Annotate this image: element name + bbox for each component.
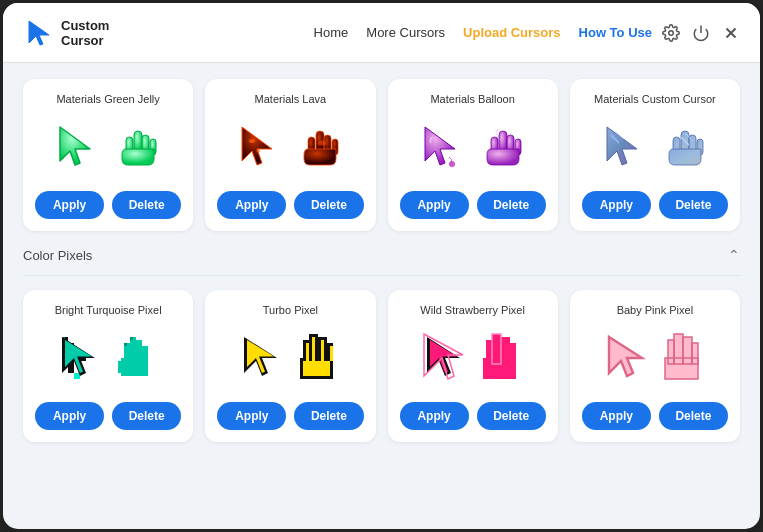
apply-pink-pixel-button[interactable]: Apply	[582, 402, 651, 430]
custom-cursor-hand-icon	[659, 121, 711, 173]
apply-turquoise-pixel-button[interactable]: Apply	[35, 402, 104, 430]
settings-button[interactable]	[662, 24, 680, 42]
apply-balloon-button[interactable]: Apply	[400, 191, 469, 219]
card-pink-pixel-images	[603, 326, 707, 390]
custom-cursor-arrow-icon	[599, 121, 651, 173]
svg-marker-5	[60, 127, 90, 165]
card-custom-cursor: Materials Custom Cursor	[570, 79, 740, 231]
svg-rect-63	[312, 337, 315, 361]
delete-turbo-pixel-button[interactable]: Delete	[294, 402, 363, 430]
card-strawberry-pixel-buttons: Apply Delete	[400, 402, 546, 430]
close-button[interactable]	[722, 24, 740, 42]
svg-rect-65	[321, 340, 324, 361]
svg-marker-18	[425, 127, 455, 165]
card-balloon-images	[417, 115, 529, 179]
svg-rect-55	[124, 343, 127, 346]
svg-rect-48	[130, 337, 136, 361]
card-turbo-pixel-buttons: Apply Delete	[217, 402, 363, 430]
card-strawberry-pixel-title: Wild Strawberry Pixel	[420, 304, 525, 316]
card-strawberry-pixel-images	[421, 326, 525, 390]
delete-green-jelly-button[interactable]: Delete	[112, 191, 181, 219]
nav-home[interactable]: Home	[314, 25, 349, 40]
card-turquoise-pixel: Bright Turquoise Pixel	[23, 290, 193, 442]
svg-marker-57	[247, 340, 274, 373]
card-turbo-pixel-images	[238, 326, 342, 390]
card-green-jelly-title: Materials Green Jelly	[56, 93, 159, 105]
card-lava-title: Materials Lava	[255, 93, 327, 105]
delete-pink-pixel-button[interactable]: Delete	[659, 402, 728, 430]
svg-rect-83	[665, 358, 698, 379]
gear-icon	[662, 24, 680, 42]
nav-how-to-use[interactable]: How To Use	[579, 25, 652, 40]
nav-upload-cursors[interactable]: Upload Cursors	[463, 25, 561, 40]
svg-marker-24	[607, 127, 637, 165]
strawberry-pixel-arrow-icon	[421, 334, 469, 382]
delete-balloon-button[interactable]: Delete	[477, 191, 546, 219]
nav-icons	[662, 24, 740, 42]
card-pink-pixel-buttons: Apply Delete	[582, 402, 728, 430]
card-balloon: Materials Balloon	[388, 79, 558, 231]
svg-rect-64	[306, 343, 309, 364]
lava-arrow-icon	[234, 121, 286, 173]
card-turbo-pixel: Turbo Pixel	[205, 290, 375, 442]
green-jelly-hand-icon	[112, 121, 164, 173]
strawberry-pixel-hand-icon	[477, 334, 525, 382]
apply-custom-cursor-button[interactable]: Apply	[582, 191, 651, 219]
card-balloon-title: Materials Balloon	[430, 93, 514, 105]
svg-rect-54	[130, 337, 133, 340]
card-lava-buttons: Apply Delete	[217, 191, 363, 219]
section-divider	[23, 275, 740, 276]
svg-rect-43	[68, 367, 74, 373]
main-content: Materials Green Jelly	[3, 63, 760, 529]
pink-pixel-hand-icon	[659, 334, 707, 382]
nav-more-cursors[interactable]: More Cursors	[366, 25, 445, 40]
color-pixels-section-header: Color Pixels ⌃	[23, 247, 740, 263]
power-button[interactable]	[692, 24, 710, 42]
materials-section: Materials Green Jelly	[23, 79, 740, 231]
card-turquoise-pixel-title: Bright Turquoise Pixel	[55, 304, 162, 316]
apply-turbo-pixel-button[interactable]: Apply	[217, 402, 286, 430]
collapse-icon[interactable]: ⌃	[728, 247, 740, 263]
nav: Home More Cursors Upload Cursors How To …	[314, 25, 652, 40]
delete-turquoise-pixel-button[interactable]: Delete	[112, 402, 181, 430]
card-balloon-buttons: Apply Delete	[400, 191, 546, 219]
apply-strawberry-pixel-button[interactable]: Apply	[400, 402, 469, 430]
power-icon	[692, 24, 710, 42]
svg-marker-0	[29, 21, 49, 45]
color-pixels-section: Bright Turquoise Pixel	[23, 290, 740, 442]
apply-lava-button[interactable]: Apply	[217, 191, 286, 219]
svg-point-17	[318, 141, 326, 146]
apply-green-jelly-button[interactable]: Apply	[35, 191, 104, 219]
turbo-pixel-arrow-icon	[238, 334, 286, 382]
delete-lava-button[interactable]: Delete	[294, 191, 363, 219]
color-pixels-title: Color Pixels	[23, 248, 92, 263]
card-custom-cursor-images	[599, 115, 711, 179]
logo: Custom Cursor	[23, 17, 109, 49]
card-turbo-pixel-title: Turbo Pixel	[263, 304, 318, 316]
logo-icon	[23, 17, 55, 49]
svg-rect-75	[483, 358, 516, 379]
app-window: Custom Cursor Home More Cursors Upload C…	[0, 0, 763, 532]
turquoise-pixel-hand-icon	[112, 334, 160, 382]
balloon-hand-icon	[477, 121, 529, 173]
card-green-jelly: Materials Green Jelly	[23, 79, 193, 231]
svg-rect-67	[303, 361, 330, 376]
turbo-pixel-hand-icon	[294, 334, 342, 382]
close-icon	[722, 24, 740, 42]
color-pixels-grid: Bright Turquoise Pixel	[23, 290, 740, 442]
card-green-jelly-images	[52, 115, 164, 179]
svg-point-19	[449, 161, 455, 167]
svg-point-1	[669, 30, 674, 35]
balloon-arrow-icon	[417, 121, 469, 173]
delete-strawberry-pixel-button[interactable]: Delete	[477, 402, 546, 430]
lava-hand-icon	[294, 121, 346, 173]
card-turquoise-pixel-images	[56, 326, 160, 390]
svg-point-12	[256, 150, 260, 153]
svg-point-11	[249, 139, 255, 143]
logo-text: Custom Cursor	[61, 18, 109, 48]
svg-rect-44	[74, 373, 80, 379]
card-custom-cursor-buttons: Apply Delete	[582, 191, 728, 219]
card-pink-pixel-title: Baby Pink Pixel	[617, 304, 693, 316]
delete-custom-cursor-button[interactable]: Delete	[659, 191, 728, 219]
card-lava-images	[234, 115, 346, 179]
